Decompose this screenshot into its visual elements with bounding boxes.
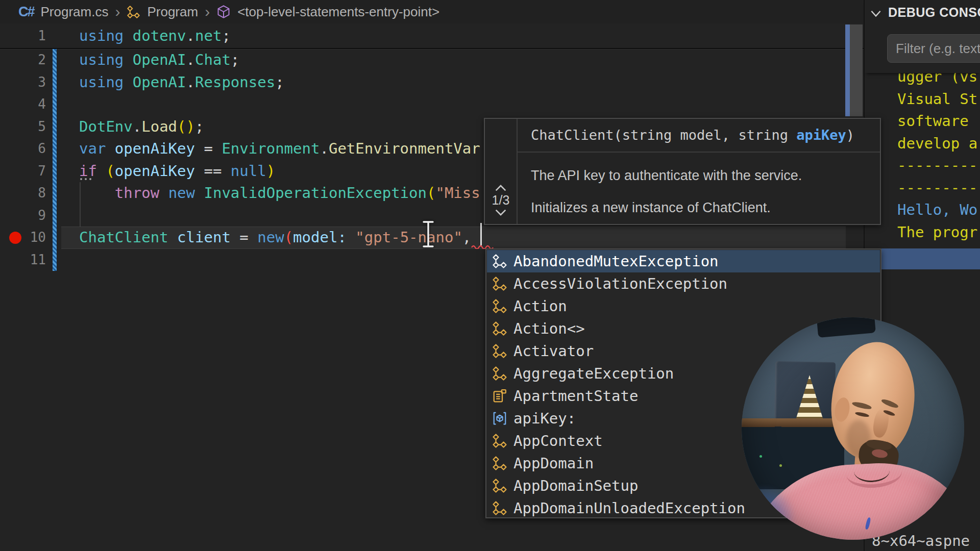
line-number[interactable]: 2 — [0, 49, 46, 71]
code-text: using OpenAI.Chat; — [79, 49, 239, 71]
breadcrumb: C# Program.cs › Program › <top-level-sta… — [0, 0, 864, 23]
param-symbol-icon — [492, 411, 507, 426]
line-number[interactable]: 9 — [0, 205, 46, 227]
code-text: throw new InvalidOperationException("Mis… — [79, 182, 480, 205]
class-symbol-icon — [492, 456, 507, 471]
suggest-item-label: AppDomainUnloadedException — [513, 497, 745, 519]
chevron-right-icon: › — [205, 4, 210, 19]
suggest-item-label: Action — [513, 295, 567, 317]
breadcrumb-symbol[interactable]: Program — [147, 4, 198, 20]
active-parameter: apiKey — [796, 127, 846, 143]
class-symbol-icon — [492, 478, 507, 493]
code-text: ChatClient client = new(model: "gpt-5-na… — [79, 227, 480, 249]
suggest-item-label: AggregateException — [513, 362, 674, 385]
suggest-item-label: AccessViolationException — [513, 272, 727, 295]
code-line[interactable]: 1using dotenv.net; — [0, 25, 864, 47]
csharp-file-icon: C# — [18, 4, 34, 20]
suggest-item-label: AbandonedMutexException — [513, 250, 719, 272]
breadcrumb-entry-point[interactable]: <top-level-statements-entry-point> — [237, 4, 439, 20]
console-filter-input[interactable] — [887, 34, 980, 63]
vscode-window: C# Program.cs › Program › <top-level-sta… — [0, 0, 980, 551]
code-line[interactable]: 2using OpenAI.Chat; — [0, 49, 864, 71]
console-line[interactable]: develop a — [897, 133, 977, 155]
line-number[interactable]: 1 — [0, 25, 46, 47]
line-number[interactable]: 6 — [0, 138, 46, 160]
code-text: var openAiKey = Environment.GetEnvironme… — [79, 138, 480, 160]
webcam-vignette — [742, 317, 964, 540]
signature-line: ChatClient(string model, string apiKey) — [518, 119, 880, 153]
line-number[interactable]: 11 — [0, 249, 46, 271]
class-symbol-icon — [492, 321, 507, 336]
suggest-item[interactable]: AccessViolationException — [487, 272, 880, 295]
indent-guide — [80, 182, 81, 227]
parameter-doc: The API key to authenticate with the ser… — [531, 167, 802, 184]
editor-scrollbar[interactable] — [850, 24, 863, 116]
suggest-item[interactable]: Action — [487, 295, 880, 317]
line-number[interactable]: 5 — [0, 116, 46, 138]
suggest-item-label: AppContext — [513, 430, 603, 452]
chevron-down-icon[interactable] — [494, 209, 507, 217]
chevron-right-icon: › — [115, 4, 120, 19]
overview-ruler-modified-marker — [845, 24, 850, 116]
code-text: using OpenAI.Responses; — [79, 71, 284, 94]
class-symbol-icon — [492, 366, 507, 381]
sticky-scroll-border — [0, 48, 864, 49]
chevron-up-icon[interactable] — [494, 184, 507, 192]
text-caret — [480, 223, 482, 245]
console-line[interactable]: ---------- — [897, 177, 980, 199]
console-selection-band — [865, 248, 980, 269]
line-number[interactable]: 10 — [0, 227, 46, 249]
line-number[interactable]: 7 — [0, 160, 46, 183]
parameter-hints-popup: 1/3 ChatClient(string model, string apiK… — [484, 118, 881, 225]
class-symbol-icon — [492, 433, 507, 448]
panel-title[interactable]: DEBUG CONSO — [888, 5, 980, 20]
suggest-item-label: Action<> — [513, 317, 585, 340]
line-number[interactable]: 3 — [0, 71, 46, 94]
enum-symbol-icon — [492, 388, 507, 404]
mouse-ibeam-cursor — [421, 220, 436, 248]
class-symbol-icon — [492, 343, 507, 359]
hint-diagnostic-dots — [80, 178, 91, 180]
line-number[interactable]: 4 — [0, 93, 46, 116]
line-number[interactable]: 8 — [0, 182, 46, 205]
breadcrumb-file[interactable]: Program.cs — [41, 4, 109, 20]
code-text: using dotenv.net; — [79, 25, 231, 47]
pager-count: 1/3 — [492, 193, 510, 208]
class-symbol-icon — [492, 276, 507, 291]
class-symbol-icon — [127, 5, 140, 19]
webcam-overlay — [742, 317, 964, 540]
console-line[interactable]: Visual St — [897, 88, 977, 110]
panel-header: DEBUG CONSO — [865, 0, 980, 73]
suggest-item-label: Activator — [513, 340, 594, 362]
chevron-down-icon[interactable] — [869, 6, 883, 20]
suggest-item-label: AppDomain — [513, 452, 594, 474]
class-symbol-icon — [492, 254, 507, 269]
class-symbol-icon — [492, 298, 507, 314]
console-line[interactable]: The progr — [897, 221, 977, 243]
suggest-item-label: ApartmentState — [513, 385, 638, 407]
modified-lines-gutter-indicator — [53, 49, 57, 271]
signature-doc: Initializes a new instance of ChatClient… — [531, 199, 771, 216]
console-line[interactable]: Hello, Wo — [897, 199, 977, 221]
console-line[interactable]: software — [897, 110, 969, 132]
code-text: if (openAiKey == null) — [79, 160, 275, 183]
cube-symbol-icon — [216, 5, 231, 19]
console-line[interactable]: ---------- — [897, 155, 980, 177]
breakpoint-dot[interactable] — [9, 232, 21, 244]
suggest-item-label: AppDomainSetup — [513, 474, 638, 497]
code-text: DotEnv.Load(); — [79, 116, 204, 138]
class-symbol-icon — [492, 500, 507, 516]
suggest-item[interactable]: AbandonedMutexException — [487, 250, 880, 272]
code-line[interactable]: 3using OpenAI.Responses; — [0, 71, 864, 94]
parameter-hints-pager: 1/3 — [485, 119, 518, 224]
code-line[interactable]: 4 — [0, 93, 864, 116]
suggest-item-label: apiKey: — [513, 407, 576, 430]
